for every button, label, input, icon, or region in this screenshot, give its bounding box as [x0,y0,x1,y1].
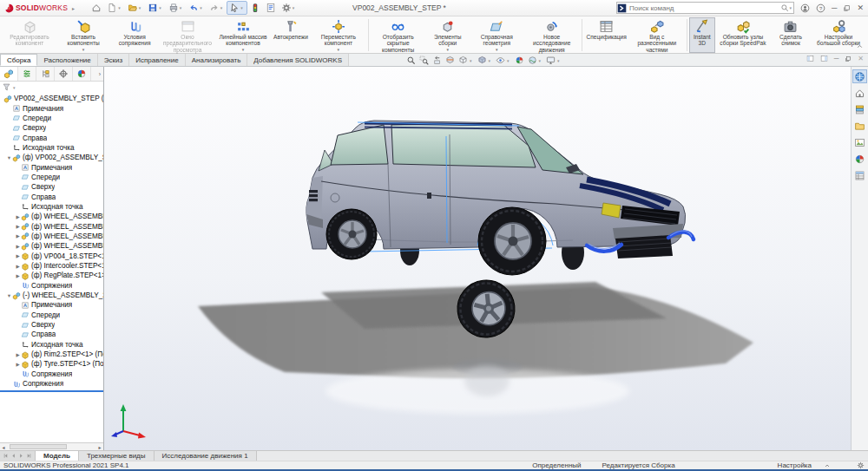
file-props-button[interactable] [263,1,279,15]
folder-pane-button[interactable] [852,119,867,133]
monitor-view-button[interactable]: ▾ [546,56,562,65]
tree-item[interactable]: Сверху [0,320,103,330]
dropdown-caret-icon[interactable]: ▾ [496,48,498,52]
ribbon-collapse-icon[interactable] [856,43,864,50]
filter-caret-icon[interactable]: ▾ [13,85,16,90]
dropdown-caret-icon[interactable]: ▾ [82,48,85,52]
palette-pane-button[interactable] [852,135,867,149]
expand-right-icon[interactable]: ▶ [15,214,21,219]
pane-split-right-icon[interactable] [820,55,828,62]
tree-item[interactable]: Сопряжения [0,281,103,291]
open-button[interactable]: ▾ [125,1,146,15]
ribbon-button-insert-components[interactable]: Вставить компоненты▾ [57,17,109,53]
ribbon-button-exploded-view[interactable]: Вид с разнесенными частями▾ [629,17,685,53]
style-view-button[interactable]: ▾ [477,56,493,65]
doc-close-button[interactable]: ✕ [858,55,864,62]
scroll-left-icon[interactable]: ◂ [0,444,7,450]
ribbon-tab-1[interactable]: Сборка [0,54,37,66]
tree-horizontal-scrollbar[interactable]: ◂ ▸ [0,442,103,450]
ribbon-button-assembly-features[interactable]: Элементы сборки▾ [426,17,470,53]
dropdown-caret-icon[interactable]: ▾ [539,58,542,63]
scroll-right-icon[interactable]: ▸ [96,444,103,450]
tree-item[interactable]: ▶(ф) WHEEL_ASSEMBLY_2.STEP [0,212,103,221]
ribbon-button-instant3d[interactable]: Instant 3D [689,17,715,53]
globe-pane-button[interactable] [852,69,867,83]
dropdown-caret-icon[interactable]: ▾ [200,5,202,10]
undo-button[interactable]: ▾ [186,1,207,15]
scroll-thumb[interactable] [10,444,67,449]
zoom-fit-view-button[interactable] [406,56,416,65]
fm-props-tab[interactable] [18,67,36,81]
zoom-area-view-button[interactable] [419,56,429,65]
eye-view-button[interactable]: ▾ [496,56,511,65]
ribbon-button-motion-study[interactable]: Новое исследование движения [524,17,580,53]
expand-right-icon[interactable]: ▶ [15,264,21,269]
tree-item[interactable]: ▶(ф) Rim2.STEP<1> (По умолч [0,350,103,359]
dropdown-caret-icon[interactable]: ▾ [139,5,141,10]
viewport-3d-scene[interactable] [104,67,851,450]
tree-item[interactable]: Справа [0,330,103,339]
dropdown-caret-icon[interactable]: ▾ [470,58,472,63]
command-search[interactable]: ▾ [616,2,794,14]
scene-view-button[interactable]: ▾ [528,56,543,65]
expand-right-icon[interactable]: ▶ [15,233,21,239]
tree-item[interactable]: ▼(ф) VP002_ASSEMBLY_STEP.STEP- [0,153,103,162]
tree-item[interactable]: Исходная точка [0,202,103,212]
tree-item[interactable]: Исходная точка [0,340,103,350]
dropdown-caret-icon[interactable]: ▾ [242,48,245,52]
tree-item[interactable]: ▶(ф) VP004_18.STEP<1> (По ум [0,252,103,261]
filter-funnel-icon[interactable] [2,82,11,92]
search-icon[interactable] [780,3,789,12]
dropdown-caret-icon[interactable]: ▾ [240,5,243,10]
help-icon[interactable]: ? [816,3,825,13]
tree-item[interactable]: Справа [0,133,103,142]
tree-item[interactable]: AПримечания [0,162,103,172]
status-options-icon[interactable] [857,461,865,469]
ribbon-tab-5[interactable]: Анализировать [186,54,248,66]
tree-item[interactable]: Сопряжения [0,379,103,389]
model-tab-3[interactable]: Исследование движения 1 [155,451,257,461]
tree-item[interactable]: Сверху [0,182,103,192]
tree-item[interactable]: ▼(-) WHEEL_ASSEMBLY_2_STEP.STE [0,291,103,300]
ribbon-tab-2[interactable]: Расположение [37,54,97,66]
first-tab-icon[interactable] [3,453,9,459]
expand-right-icon[interactable]: ▶ [15,362,21,367]
ribbon-tab-6[interactable]: Добавления SOLIDWORKS [247,54,349,66]
doc-restore-button[interactable] [845,56,852,62]
ribbon-button-bom[interactable]: Спецификация [584,17,629,53]
tree-item[interactable]: ▶(ф) WHEEL_ASSEMBLY_2.STEP [0,241,103,251]
select-cursor-button[interactable]: ▾ [227,1,247,15]
dropdown-caret-icon[interactable]: ▾ [557,58,560,63]
tree-item[interactable]: Исходная точка [0,143,103,153]
ball-pane-button[interactable] [852,152,867,166]
panel-tabs-overflow-icon[interactable]: › [96,71,103,77]
user-account-icon[interactable] [800,3,810,13]
window-restore-button[interactable] [843,4,851,12]
search-input[interactable] [627,3,779,13]
tree-item[interactable]: Сверху [0,123,103,133]
dropdown-caret-icon[interactable]: ▾ [507,58,510,63]
dropdown-caret-icon[interactable]: ▾ [220,5,223,10]
search-caret-icon[interactable]: ▾ [790,5,792,10]
ribbon-button-move-component[interactable]: Переместить компонент▾ [311,17,366,53]
status-chevron-up-icon[interactable] [824,462,831,469]
tree-item[interactable]: ▶(ф) RegPlate.STEP<1> (По ум [0,271,103,280]
expand-down-icon[interactable]: ▼ [6,293,12,298]
fm-config-tab[interactable] [36,67,55,81]
ribbon-tab-4[interactable]: Исправление [129,54,186,66]
fm-dimx-tab[interactable] [55,67,73,81]
props-pane-button[interactable] [852,168,867,182]
expand-right-icon[interactable]: ▶ [15,253,21,258]
model-tab-1[interactable]: Модель [36,451,79,461]
ribbon-button-show-hidden[interactable]: Отобразить скрытые компоненты [371,17,426,53]
dropdown-caret-icon[interactable]: ▾ [446,48,449,52]
expand-down-icon[interactable]: ▼ [6,155,12,160]
lib-pane-button[interactable] [852,102,867,116]
model-tab-2[interactable]: Трехмерные виды [79,451,155,461]
tree-item[interactable]: VP002_ASSEMBLY_STEP (По умолчан [0,94,103,103]
dropdown-caret-icon[interactable]: ▾ [293,5,295,10]
dropdown-caret-icon[interactable]: ▾ [180,5,182,10]
expand-right-icon[interactable]: ▶ [15,244,21,249]
dropdown-caret-icon[interactable]: ▾ [159,5,161,10]
ribbon-button-snapshot[interactable]: Сделать снимок [771,17,811,53]
